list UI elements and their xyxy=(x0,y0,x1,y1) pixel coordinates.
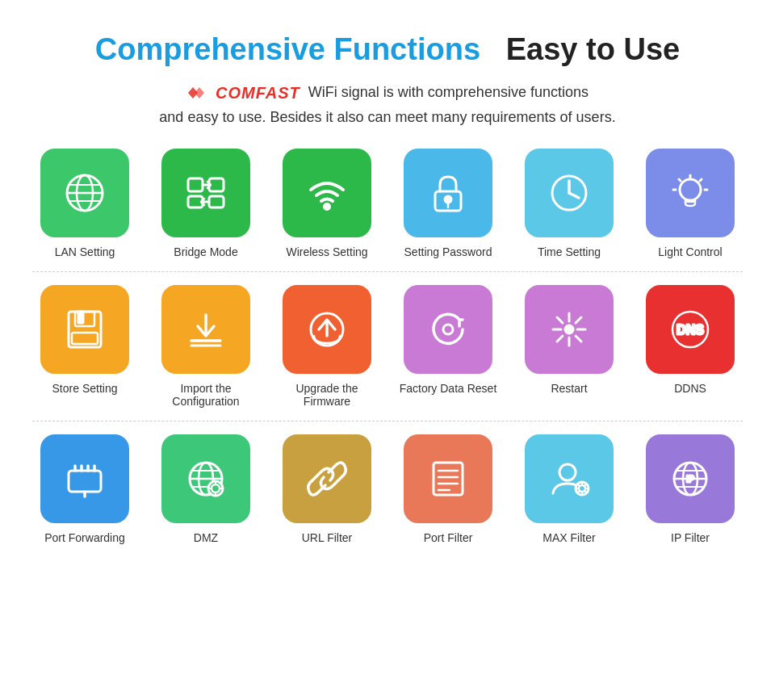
time-setting-label: Time Setting xyxy=(538,245,601,258)
port-filter-icon-box xyxy=(404,434,492,523)
feature-url-filter: URL Filter xyxy=(274,434,379,544)
feature-lan-setting: LAN Setting xyxy=(32,149,137,258)
header: Comprehensive Functions Easy to Use COMF… xyxy=(32,32,743,129)
grid-row-3: Port Forwarding xyxy=(32,434,743,544)
port-forwarding-icon-box xyxy=(40,434,129,523)
svg-rect-26 xyxy=(72,333,98,344)
upgrade-firmware-icon-box xyxy=(283,285,371,374)
main-heading: Comprehensive Functions Easy to Use xyxy=(32,32,743,67)
save-icon xyxy=(61,305,109,354)
svg-point-41 xyxy=(565,325,573,333)
import-config-label: Import the Configuration xyxy=(153,382,258,408)
svg-point-9 xyxy=(325,203,330,209)
clock-icon xyxy=(545,169,593,217)
url-filter-icon-box xyxy=(283,434,371,523)
wireless-setting-icon-box xyxy=(283,149,371,237)
restart-label: Restart xyxy=(551,382,587,395)
svg-rect-5 xyxy=(188,178,203,191)
svg-rect-8 xyxy=(209,196,224,207)
upgrade-icon xyxy=(303,305,351,354)
svg-rect-44 xyxy=(69,471,101,492)
bulb-icon xyxy=(666,169,714,217)
svg-line-38 xyxy=(576,336,581,342)
svg-line-37 xyxy=(557,317,563,323)
grid-row-1: LAN Setting Bridge Mode xyxy=(32,149,743,258)
ipglobe-icon: IP xyxy=(666,455,714,503)
lock-icon xyxy=(424,169,472,217)
feature-upgrade-firmware: Upgrade the Firmware xyxy=(274,285,379,408)
lan-setting-label: LAN Setting xyxy=(55,245,115,258)
port-filter-label: Port Filter xyxy=(424,531,473,544)
bridge-icon xyxy=(182,169,230,217)
wifi-icon xyxy=(303,169,351,217)
import-icon xyxy=(182,305,230,354)
usergear-icon xyxy=(545,455,593,503)
brand: COMFAST xyxy=(186,80,300,106)
feature-ip-filter: IP IP Filter xyxy=(638,434,743,544)
svg-rect-25 xyxy=(78,312,83,323)
upgrade-firmware-label: Upgrade the Firmware xyxy=(274,382,379,408)
factory-reset-label: Factory Data Reset xyxy=(400,382,497,395)
svg-line-20 xyxy=(679,179,681,181)
feature-port-forwarding: Port Forwarding xyxy=(32,434,137,544)
max-filter-label: MAX Filter xyxy=(542,531,595,544)
url-filter-label: URL Filter xyxy=(302,531,353,544)
store-setting-icon-box xyxy=(40,285,129,374)
ip-filter-icon-box: IP xyxy=(646,434,735,523)
svg-text:IP: IP xyxy=(686,475,694,484)
reset-icon xyxy=(424,305,472,354)
dmz-label: DMZ xyxy=(194,531,218,544)
restart-icon xyxy=(545,305,593,354)
divider-2 xyxy=(32,421,743,421)
link-icon xyxy=(303,455,351,503)
setting-password-label: Setting Password xyxy=(404,245,492,258)
grid-row-2: Store Setting Import the Configuration xyxy=(32,285,743,408)
divider-1 xyxy=(32,271,743,272)
feature-time-setting: Time Setting xyxy=(517,149,622,258)
page: Comprehensive Functions Easy to Use COMF… xyxy=(0,0,775,583)
feature-import-config: Import the Configuration xyxy=(153,285,258,408)
time-setting-icon-box xyxy=(525,149,614,237)
factory-reset-icon-box xyxy=(404,285,492,374)
svg-line-19 xyxy=(700,179,702,181)
dmz-icon-box xyxy=(161,434,250,523)
bridge-mode-label: Bridge Mode xyxy=(174,245,237,258)
subtitle-line1: WiFi signal is with comprehensive functi… xyxy=(308,84,589,100)
globe2-icon xyxy=(182,455,230,503)
heading-black: Easy to Use xyxy=(506,32,680,66)
lan-setting-icon-box xyxy=(40,149,129,237)
feature-store-setting: Store Setting xyxy=(32,285,137,408)
feature-port-filter: Port Filter xyxy=(396,434,501,544)
feature-wireless-setting: Wireless Setting xyxy=(274,149,379,258)
dns-icon: DNS xyxy=(666,305,714,354)
comfast-logo-icon xyxy=(186,84,212,102)
feature-setting-password: Setting Password xyxy=(396,149,501,258)
bridge-mode-icon-box xyxy=(161,149,250,237)
setting-password-icon-box xyxy=(404,149,492,237)
svg-point-16 xyxy=(680,179,701,200)
port-forwarding-label: Port Forwarding xyxy=(44,531,125,544)
portfilter-icon xyxy=(424,455,472,503)
features-grid: LAN Setting Bridge Mode xyxy=(32,149,743,544)
svg-line-39 xyxy=(576,317,581,323)
light-control-label: Light Control xyxy=(658,245,722,258)
restart-icon-box xyxy=(525,285,614,374)
max-filter-icon-box xyxy=(525,434,614,523)
svg-point-66 xyxy=(559,464,576,480)
light-control-icon-box xyxy=(646,149,735,237)
svg-rect-23 xyxy=(69,312,101,347)
ddns-icon-box: DNS xyxy=(646,285,735,374)
import-config-icon-box xyxy=(161,285,250,374)
feature-ddns: DNS DDNS xyxy=(638,285,743,408)
feature-max-filter: MAX Filter xyxy=(517,434,622,544)
ip-filter-label: IP Filter xyxy=(671,531,710,544)
svg-point-32 xyxy=(443,325,453,334)
feature-restart: Restart xyxy=(517,285,622,408)
svg-text:DNS: DNS xyxy=(677,323,704,337)
heading-blue: Comprehensive Functions xyxy=(95,32,480,66)
wireless-setting-label: Wireless Setting xyxy=(286,245,367,258)
ddns-label: DDNS xyxy=(674,382,706,395)
subtitle-line2: and easy to use. Besides it also can mee… xyxy=(159,109,615,125)
feature-dmz: DMZ xyxy=(153,434,258,544)
feature-light-control: Light Control xyxy=(638,149,743,258)
